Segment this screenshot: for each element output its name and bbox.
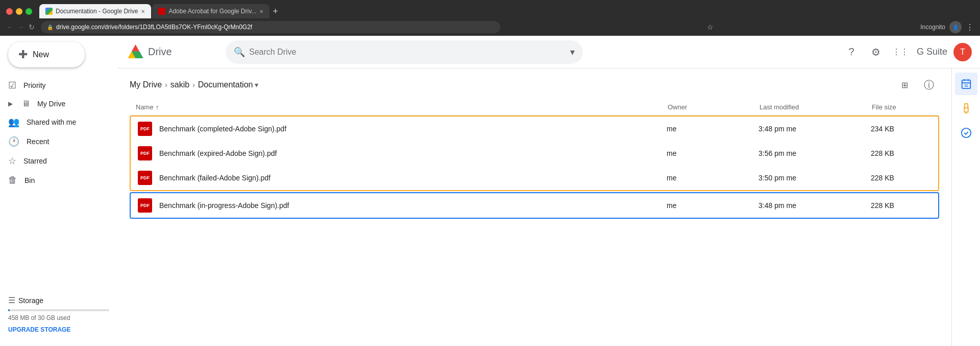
svg-marker-3	[132, 44, 139, 52]
settings-button[interactable]: ⚙	[866, 42, 886, 62]
grid-view-button[interactable]: ⊞	[894, 75, 915, 95]
file-owner-3: me	[667, 174, 758, 182]
app: ✚ New ☑ Priority ▶ 🖥 My Drive 👥 Shared w…	[0, 36, 980, 346]
file-size-2: 228 KB	[871, 149, 932, 157]
file-name-3: Benchmark (failed-Adobe Sign).pdf	[159, 174, 667, 182]
svg-text:31: 31	[964, 84, 968, 87]
tab-bar: Documentation - Google Drive ✕ Adobe Acr…	[0, 0, 980, 18]
breadcrumb-documentation-label: Documentation	[198, 80, 253, 89]
help-button[interactable]: ?	[841, 42, 862, 62]
file-row-1[interactable]: PDF Benchmark (completed-Adobe Sign).pdf…	[131, 117, 938, 141]
upgrade-storage-link[interactable]: UPGRADE STORAGE	[8, 326, 70, 333]
main-area: Drive 🔍 ▾ ? ⚙ ⋮⋮ G Suite T My Drive	[117, 36, 980, 346]
apps-button[interactable]: ⋮⋮	[890, 42, 911, 62]
sidebar-item-priority[interactable]: ☑ Priority	[0, 76, 109, 95]
gsuite-label: G Suite	[917, 47, 947, 57]
search-input[interactable]	[249, 48, 566, 57]
tab-acrobat-close[interactable]: ✕	[259, 9, 263, 14]
shared-icon: 👥	[8, 117, 19, 128]
lock-icon: 🔒	[47, 25, 53, 30]
sort-arrow-icon: ↑	[156, 104, 159, 111]
tab-acrobat[interactable]: Adobe Acrobat for Google Driv... ✕	[152, 4, 270, 18]
user-avatar[interactable]: T	[953, 43, 972, 61]
bin-icon: 🗑	[8, 175, 17, 186]
breadcrumb-documentation: Documentation ▾	[198, 80, 259, 89]
file-list-header: Name ↑ Owner Last modified File size	[130, 99, 939, 116]
priority-icon: ☑	[8, 80, 16, 91]
traffic-lights	[6, 8, 32, 15]
pdf-icon-3: PDF	[138, 171, 152, 185]
file-icon-4: PDF	[137, 197, 153, 214]
forward-button[interactable]: →	[17, 23, 24, 31]
storage-used-text: 458 MB of 30 GB used	[8, 314, 109, 321]
sidebar-item-shared[interactable]: 👥 Shared with me	[0, 112, 109, 132]
selection-group-orange: PDF Benchmark (completed-Adobe Sign).pdf…	[130, 116, 939, 191]
view-actions: ⊞ ⓘ	[894, 75, 939, 95]
sidebar-bin-label: Bin	[24, 176, 35, 184]
sidebar-item-recent[interactable]: 🕐 Recent	[0, 132, 109, 151]
incognito-area: Incognito 👤 ⋮	[920, 21, 974, 33]
incognito-label: Incognito	[920, 24, 945, 31]
search-icon: 🔍	[234, 47, 245, 58]
storage-icon: ☰	[8, 295, 15, 305]
sidebar-priority-label: Priority	[23, 81, 46, 89]
calendar-panel-button[interactable]: 31	[955, 73, 977, 95]
drive-tab-favicon	[45, 8, 53, 15]
search-dropdown-icon[interactable]: ▾	[570, 47, 575, 58]
file-icon-2: PDF	[137, 145, 153, 162]
search-bar[interactable]: 🔍 ▾	[226, 40, 583, 64]
file-size-1: 234 KB	[871, 125, 932, 133]
new-tab-button[interactable]: +	[273, 6, 278, 17]
pdf-icon-2: PDF	[138, 146, 152, 160]
close-window-button[interactable]	[6, 8, 13, 15]
tab-drive-label: Documentation - Google Drive	[56, 8, 138, 15]
extensions-icon: ⋮	[966, 22, 974, 32]
bookmark-icon[interactable]: ☆	[707, 23, 714, 31]
sidebar-item-starred[interactable]: ☆ Starred	[0, 151, 109, 171]
keep-panel-button[interactable]	[955, 97, 977, 120]
file-row-4[interactable]: PDF Benchmark (in-progress-Adobe Sign).p…	[130, 192, 939, 219]
back-button[interactable]: ←	[6, 23, 13, 31]
main-content: My Drive › sakib › Documentation ▾ ⊞ ⓘ	[117, 68, 951, 346]
breadcrumb-dropdown-icon[interactable]: ▾	[255, 81, 258, 89]
storage-section: ☰ Storage 458 MB of 30 GB used UPGRADE S…	[0, 289, 117, 340]
tab-drive[interactable]: Documentation - Google Drive ✕	[39, 4, 151, 18]
reload-button[interactable]: ↻	[29, 23, 35, 31]
recent-icon: 🕐	[8, 136, 19, 147]
url-bar[interactable]: 🔒 drive.google.com/drive/folders/1D3fLOA…	[41, 21, 500, 33]
browser-chrome: Documentation - Google Drive ✕ Adobe Acr…	[0, 0, 980, 36]
my-drive-arrow: ▶	[8, 100, 13, 107]
column-name[interactable]: Name ↑	[136, 103, 668, 111]
sidebar-shared-label: Shared with me	[27, 118, 76, 126]
sidebar-mydrive-label: My Drive	[37, 100, 65, 108]
column-filesize: File size	[872, 103, 933, 111]
sidebar-navigation: ☑ Priority ▶ 🖥 My Drive 👥 Shared with me…	[0, 76, 117, 190]
pdf-icon-4: PDF	[138, 198, 152, 213]
info-button[interactable]: ⓘ	[919, 75, 939, 95]
drive-logo: Drive	[126, 43, 217, 61]
file-row-2[interactable]: PDF Benchmark (expired-Adobe Sign).pdf m…	[131, 141, 938, 166]
storage-bar-fill	[8, 309, 10, 311]
sidebar-item-bin[interactable]: 🗑 Bin	[0, 171, 109, 190]
tab-drive-close[interactable]: ✕	[141, 9, 145, 14]
file-size-4: 228 KB	[871, 201, 932, 210]
new-plus-icon: ✚	[18, 48, 28, 61]
top-bar: Drive 🔍 ▾ ? ⚙ ⋮⋮ G Suite T	[117, 36, 980, 68]
svg-rect-9	[964, 108, 968, 112]
column-owner: Owner	[668, 103, 760, 111]
file-name-4: Benchmark (in-progress-Adobe Sign).pdf	[159, 201, 667, 210]
minimize-window-button[interactable]	[16, 8, 22, 15]
file-modified-3: 3:50 pm me	[758, 174, 871, 182]
maximize-window-button[interactable]	[26, 8, 32, 15]
file-row-3[interactable]: PDF Benchmark (failed-Adobe Sign).pdf me…	[131, 166, 938, 190]
breadcrumb-sakib[interactable]: sakib	[170, 80, 189, 89]
column-modified: Last modified	[760, 103, 872, 111]
tasks-panel-button[interactable]	[955, 122, 977, 144]
breadcrumb-sep-1: ›	[165, 81, 167, 89]
new-button[interactable]: ✚ New	[8, 42, 85, 67]
file-size-3: 228 KB	[871, 174, 932, 182]
new-button-label: New	[33, 50, 49, 59]
file-modified-2: 3:56 pm me	[758, 149, 871, 157]
breadcrumb-mydrive[interactable]: My Drive	[130, 80, 162, 89]
sidebar-item-mydrive[interactable]: ▶ 🖥 My Drive	[0, 95, 109, 112]
